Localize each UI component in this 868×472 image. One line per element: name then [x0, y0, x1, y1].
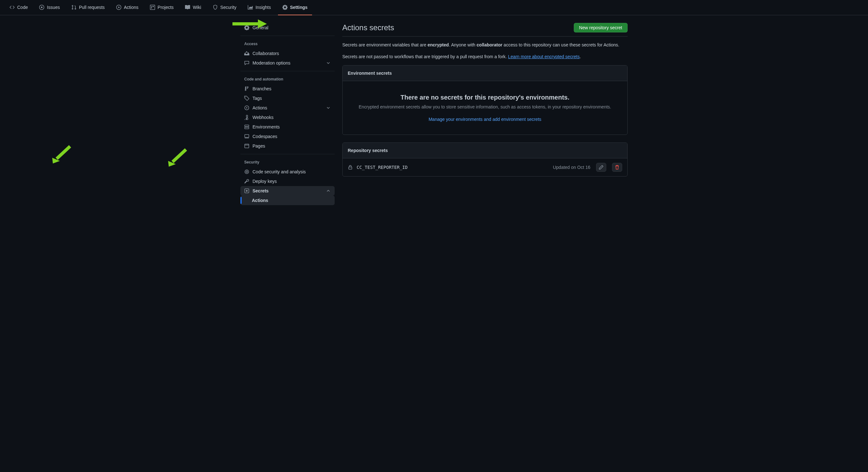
- book-icon: [185, 5, 190, 10]
- issue-icon: [39, 5, 44, 10]
- sidebar-item-actions[interactable]: Actions: [240, 103, 335, 112]
- scan-icon: [244, 169, 249, 174]
- shield-icon: [213, 5, 218, 10]
- comment-icon: [244, 61, 249, 66]
- svg-point-0: [41, 6, 43, 8]
- sidebar-item-label: Branches: [252, 86, 271, 91]
- sidebar-item-tags[interactable]: Tags: [240, 94, 335, 103]
- sidebar-item-branches[interactable]: Branches: [240, 84, 335, 94]
- page-header: Actions secrets New repository secret: [342, 23, 628, 37]
- sidebar-item-label: Pages: [252, 143, 265, 148]
- chevron-down-icon: [326, 61, 331, 66]
- environment-secrets-box: Environment secrets There are no secrets…: [342, 65, 628, 135]
- empty-state-title: There are no secrets for this repository…: [353, 94, 617, 101]
- empty-state-text: Encrypted environment secrets allow you …: [353, 104, 617, 110]
- sidebar-item-label: Tags: [252, 96, 262, 101]
- tab-issues[interactable]: Issues: [35, 0, 64, 15]
- server-icon: [244, 124, 249, 130]
- tab-label: Settings: [290, 5, 308, 10]
- chevron-down-icon: [326, 105, 331, 110]
- secret-row: CC_TEST_REPORTER_ID Updated on Oct 16: [343, 158, 627, 176]
- annotation-arrow: [166, 147, 188, 167]
- sidebar-item-label: General: [252, 25, 269, 30]
- svg-point-8: [246, 171, 248, 173]
- sidebar-item-label: Collaborators: [252, 51, 279, 56]
- sidebar-item-label: Actions: [252, 105, 267, 110]
- tab-label: Code: [17, 5, 28, 10]
- tab-security[interactable]: Security: [208, 0, 241, 15]
- tab-label: Security: [220, 5, 237, 10]
- sidebar-item-label: Webhooks: [252, 115, 274, 120]
- tab-label: Issues: [47, 5, 60, 10]
- key-icon: [244, 179, 249, 184]
- sidebar-item-general[interactable]: General: [240, 23, 335, 32]
- box-header: Environment secrets: [343, 66, 627, 81]
- sidebar-item-moderation[interactable]: Moderation options: [240, 58, 335, 68]
- sidebar-item-secrets[interactable]: Secrets: [240, 186, 335, 196]
- learn-more-link[interactable]: Learn more about encrypted secrets: [508, 54, 580, 59]
- page-title: Actions secrets: [342, 23, 394, 32]
- divider: [240, 71, 335, 71]
- play-icon: [244, 105, 249, 110]
- svg-rect-5: [245, 135, 249, 137]
- delete-secret-button[interactable]: [612, 163, 622, 172]
- tab-label: Insights: [255, 5, 271, 10]
- tab-insights[interactable]: Insights: [243, 0, 275, 15]
- svg-rect-3: [245, 125, 249, 127]
- trash-icon: [615, 165, 620, 170]
- sidebar-item-label: Secrets: [252, 188, 269, 193]
- tab-projects[interactable]: Projects: [146, 0, 178, 15]
- code-icon: [9, 5, 14, 10]
- sidebar-item-codespaces[interactable]: Codespaces: [240, 132, 335, 141]
- sidebar-item-collaborators[interactable]: Collaborators: [240, 49, 335, 58]
- secret-name: CC_TEST_REPORTER_ID: [356, 165, 408, 170]
- sidebar-item-environments[interactable]: Environments: [240, 122, 335, 132]
- tab-actions[interactable]: Actions: [112, 0, 143, 15]
- pencil-icon: [599, 165, 604, 170]
- box-body: There are no secrets for this repository…: [343, 81, 627, 135]
- svg-point-9: [247, 179, 249, 181]
- box-header: Repository secrets: [343, 143, 627, 158]
- lock-icon: [348, 165, 353, 170]
- tab-pull-requests[interactable]: Pull requests: [67, 0, 109, 15]
- settings-sidebar: General Access Collaborators Moderation …: [240, 23, 335, 205]
- sidebar-item-secrets-actions[interactable]: Actions: [240, 196, 335, 205]
- asterisk-icon: [244, 188, 249, 193]
- divider: [240, 154, 335, 154]
- svg-point-1: [245, 97, 246, 97]
- graph-icon: [248, 5, 253, 10]
- svg-rect-4: [245, 127, 249, 129]
- branch-icon: [244, 86, 249, 91]
- svg-rect-6: [245, 144, 249, 148]
- sidebar-heading-security: Security: [240, 158, 335, 167]
- secret-updated: Updated on Oct 16: [553, 165, 590, 170]
- codespaces-icon: [244, 134, 249, 139]
- play-icon: [116, 5, 121, 10]
- tab-wiki[interactable]: Wiki: [181, 0, 206, 15]
- tab-code[interactable]: Code: [5, 0, 32, 15]
- edit-secret-button[interactable]: [596, 163, 606, 172]
- svg-rect-11: [349, 167, 352, 169]
- sidebar-item-code-security[interactable]: Code security and analysis: [240, 167, 335, 176]
- sidebar-item-pages[interactable]: Pages: [240, 141, 335, 151]
- new-repository-secret-button[interactable]: New repository secret: [574, 23, 628, 32]
- sidebar-item-deploy-keys[interactable]: Deploy keys: [240, 176, 335, 186]
- sidebar-item-label: Environments: [252, 124, 280, 130]
- repository-secrets-box: Repository secrets CC_TEST_REPORTER_ID U…: [342, 142, 628, 176]
- sidebar-item-label: Code security and analysis: [252, 169, 306, 174]
- table-icon: [150, 5, 155, 10]
- tag-icon: [244, 96, 249, 101]
- sidebar-item-webhooks[interactable]: Webhooks: [240, 112, 335, 122]
- svg-point-7: [245, 170, 249, 174]
- annotation-arrow: [50, 144, 72, 164]
- manage-environments-link[interactable]: Manage your environments and add environ…: [429, 117, 541, 122]
- sidebar-heading-code-automation: Code and automation: [240, 74, 335, 84]
- tab-label: Pull requests: [79, 5, 105, 10]
- gear-icon: [282, 5, 287, 10]
- tab-settings[interactable]: Settings: [278, 0, 312, 15]
- browser-icon: [244, 143, 249, 148]
- sidebar-heading-access: Access: [240, 39, 335, 49]
- sidebar-item-label: Codespaces: [252, 134, 277, 139]
- chevron-up-icon: [326, 188, 331, 193]
- pull-request-icon: [71, 5, 76, 10]
